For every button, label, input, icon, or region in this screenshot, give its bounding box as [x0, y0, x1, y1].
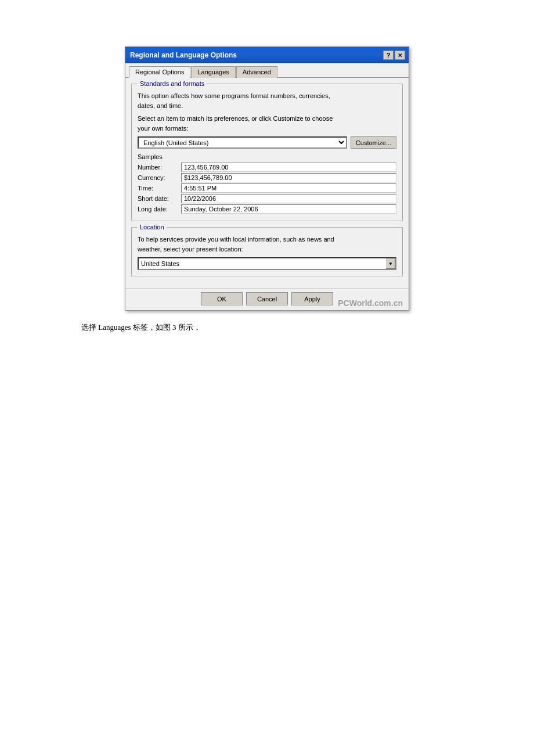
titlebar: Regional and Language Options ? ✕ — [125, 47, 409, 63]
sample-row-currency: Currency: $123,456,789.00 — [138, 173, 396, 182]
location-group-label: Location — [138, 224, 167, 231]
close-button[interactable]: ✕ — [395, 51, 405, 60]
dialog-window: Regional and Language Options ? ✕ Region… — [125, 46, 409, 311]
location-desc: To help services provide you with local … — [138, 235, 396, 254]
locale-dropdown-wrapper: English (United States) — [138, 136, 347, 149]
bottom-instruction-text: 选择 Languages 标签，如图 3 所示， — [0, 322, 201, 333]
watermark: PCWorld.com.cn — [338, 298, 403, 308]
sample-row-long-date: Long date: Sunday, October 22, 2006 — [138, 204, 396, 214]
sample-row-number: Number: 123,456,789.00 — [138, 163, 396, 172]
sample-key-time: Time: — [138, 185, 181, 192]
sample-val-number: 123,456,789.00 — [181, 163, 396, 172]
standards-group: Standards and formats This option affect… — [131, 84, 403, 221]
dialog-title: Regional and Language Options — [130, 51, 237, 59]
page-wrapper: Regional and Language Options ? ✕ Region… — [0, 46, 534, 333]
apply-button[interactable]: Apply — [291, 292, 333, 305]
ok-button[interactable]: OK — [201, 292, 243, 305]
tab-regional-options[interactable]: Regional Options — [129, 66, 190, 78]
tabs-bar: Regional Options Languages Advanced — [125, 63, 409, 78]
sample-val-time: 4:55:51 PM — [181, 183, 396, 193]
standards-desc: This option affects how some programs fo… — [138, 91, 396, 110]
standards-group-content: This option affects how some programs fo… — [138, 91, 396, 214]
dialog-content: Standards and formats This option affect… — [125, 78, 409, 288]
sample-row-short-date: Short date: 10/22/2006 — [138, 194, 396, 203]
sample-val-long-date: Sunday, October 22, 2006 — [181, 204, 396, 214]
sample-row-time: Time: 4:55:51 PM — [138, 183, 396, 193]
sample-key-short-date: Short date: — [138, 195, 181, 202]
help-button[interactable]: ? — [383, 51, 394, 60]
tab-advanced[interactable]: Advanced — [236, 66, 277, 78]
locale-select[interactable]: English (United States) — [138, 136, 347, 149]
dialog-footer: OK Cancel Apply PCWorld.com.cn — [125, 288, 409, 310]
location-group: Location To help services provide you wi… — [131, 227, 403, 276]
sample-key-currency: Currency: — [138, 174, 181, 181]
samples-section: Samples Number: 123,456,789.00 Currency:… — [138, 153, 396, 214]
location-dropdown-wrapper: United States ▼ — [138, 257, 396, 270]
title-controls: ? ✕ — [383, 51, 405, 60]
cancel-button[interactable]: Cancel — [246, 292, 288, 305]
sample-key-number: Number: — [138, 164, 181, 171]
customize-button[interactable]: Customize... — [351, 136, 396, 149]
sample-val-short-date: 10/22/2006 — [181, 194, 396, 203]
locale-dropdown-row: English (United States) Customize... — [138, 136, 396, 149]
location-group-content: To help services provide you with local … — [138, 235, 396, 270]
sample-val-currency: $123,456,789.00 — [181, 173, 396, 182]
standards-desc2: Select an item to match its preferences,… — [138, 114, 396, 133]
standards-group-label: Standards and formats — [138, 80, 207, 87]
tab-languages[interactable]: Languages — [191, 66, 235, 78]
location-select[interactable]: United States — [138, 257, 396, 270]
sample-key-long-date: Long date: — [138, 206, 181, 213]
samples-label: Samples — [138, 153, 396, 160]
